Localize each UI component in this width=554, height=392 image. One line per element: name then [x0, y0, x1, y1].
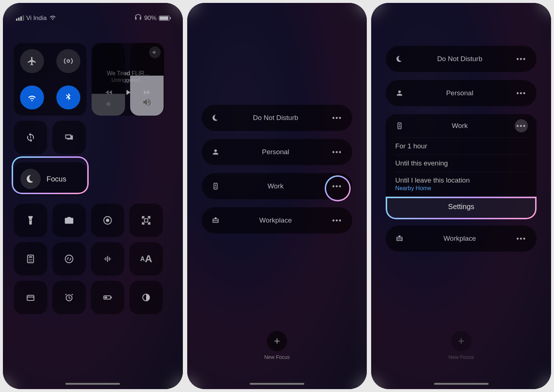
volume-slider[interactable] — [130, 43, 164, 116]
svg-rect-14 — [105, 297, 107, 299]
svg-rect-11 — [27, 295, 34, 300]
airplane-mode-toggle[interactable] — [14, 49, 50, 73]
more-button[interactable]: ••• — [330, 111, 344, 124]
more-button[interactable]: ••• — [330, 145, 344, 159]
wifi-icon — [49, 13, 57, 23]
screenshot-focus-list: Do Not Disturb ••• Personal ••• Work •••… — [187, 3, 367, 389]
svg-point-9 — [31, 261, 32, 261]
focus-mode-label: Do Not Disturb — [221, 114, 331, 122]
focus-mode-personal[interactable]: Personal ••• — [202, 139, 353, 165]
new-focus-label: New Focus — [264, 354, 290, 360]
cellular-data-toggle[interactable] — [50, 49, 87, 73]
dark-mode-button[interactable] — [129, 281, 163, 314]
svg-point-18 — [215, 184, 216, 186]
headphones-icon — [134, 13, 142, 23]
home-indicator[interactable] — [65, 383, 120, 385]
badge-icon — [210, 182, 221, 190]
more-button[interactable]: ••• — [515, 119, 528, 132]
flashlight-button[interactable] — [14, 204, 47, 237]
svg-rect-17 — [214, 183, 217, 189]
svg-point-4 — [29, 259, 29, 260]
new-focus-button[interactable]: + New Focus — [264, 331, 290, 360]
moon-icon — [20, 169, 41, 189]
carrier-label: Vi India — [26, 15, 47, 22]
shazam-button[interactable] — [52, 242, 86, 276]
screenshot-control-center: Vi India 90% We Tried FLIR... Un — [3, 3, 183, 389]
qr-scanner-button[interactable] — [129, 204, 163, 237]
alarm-button[interactable] — [52, 281, 86, 314]
wallet-button[interactable] — [14, 281, 47, 314]
svg-rect-15 — [111, 297, 112, 299]
voice-memo-button[interactable] — [91, 242, 124, 276]
focus-mode-label: Do Not Disturb — [405, 55, 515, 63]
status-bar: Vi India 90% — [3, 13, 183, 23]
home-indicator[interactable] — [434, 383, 489, 385]
focus-mode-dnd[interactable]: Do Not Disturb ••• — [202, 105, 353, 131]
svg-point-7 — [29, 261, 29, 261]
focus-mode-label: Personal — [405, 89, 515, 97]
svg-rect-3 — [29, 256, 32, 258]
screen-record-button[interactable] — [91, 204, 124, 237]
focus-mode-label: Work — [405, 122, 515, 130]
volume-icon — [142, 97, 152, 109]
moon-icon — [394, 55, 405, 63]
brightness-slider[interactable]: ☀ — [92, 43, 125, 116]
orientation-lock-toggle[interactable] — [14, 121, 47, 154]
svg-point-1 — [106, 219, 109, 222]
person-icon — [210, 148, 221, 156]
calculator-button[interactable] — [14, 242, 47, 276]
svg-point-8 — [30, 261, 31, 261]
focus-label: Focus — [47, 175, 66, 183]
svg-point-5 — [30, 259, 31, 260]
briefcase-icon — [394, 235, 405, 243]
plus-icon: + — [451, 331, 471, 351]
battery-icon — [159, 16, 170, 21]
more-button[interactable]: ••• — [515, 87, 528, 100]
screenshot-focus-work-expanded: Do Not Disturb ••• Personal ••• Work •••… — [371, 3, 551, 389]
wifi-toggle[interactable] — [14, 85, 50, 109]
focus-mode-label: Personal — [221, 148, 331, 156]
new-focus-button[interactable]: + New Focus — [449, 331, 474, 360]
focus-mode-label: Workplace — [405, 235, 515, 243]
connectivity-group — [14, 43, 87, 116]
moon-icon — [210, 114, 221, 122]
svg-point-6 — [31, 259, 32, 260]
home-indicator[interactable] — [250, 383, 304, 385]
more-button[interactable]: ••• — [515, 52, 528, 65]
bluetooth-toggle[interactable] — [50, 85, 87, 109]
more-button[interactable]: ••• — [330, 180, 344, 193]
focus-mode-label: Workplace — [221, 216, 331, 224]
work-option-location-sub: Nearby Home — [395, 185, 527, 192]
focus-mode-label: Work — [221, 182, 331, 190]
work-option-evening[interactable]: Until this evening — [395, 155, 527, 172]
badge-icon — [394, 122, 405, 130]
more-button[interactable]: ••• — [330, 214, 344, 227]
briefcase-icon — [210, 216, 221, 224]
focus-mode-work[interactable]: Work ••• — [386, 114, 537, 137]
focus-mode-workplace[interactable]: Workplace ••• — [202, 207, 353, 233]
cellular-signal-icon — [16, 15, 24, 21]
focus-mode-work-expanded: Work ••• For 1 hour Until this evening U… — [386, 114, 537, 217]
low-power-button[interactable] — [91, 281, 124, 314]
work-settings-button[interactable]: Settings — [386, 196, 537, 217]
plus-icon: + — [267, 331, 287, 351]
work-option-hour[interactable]: For 1 hour — [395, 137, 527, 155]
camera-button[interactable] — [52, 204, 86, 237]
person-icon — [394, 89, 405, 97]
screen-mirroring-button[interactable] — [52, 121, 86, 154]
focus-button[interactable]: Focus — [14, 162, 87, 196]
battery-percent: 90% — [144, 15, 157, 22]
new-focus-label: New Focus — [449, 354, 474, 360]
focus-mode-personal[interactable]: Personal ••• — [386, 80, 537, 106]
svg-rect-19 — [398, 123, 401, 129]
svg-point-10 — [65, 255, 73, 263]
more-button[interactable]: ••• — [515, 232, 528, 245]
brightness-icon: ☀ — [105, 100, 112, 109]
focus-mode-work[interactable]: Work ••• — [202, 173, 353, 199]
focus-mode-workplace[interactable]: Workplace ••• — [386, 225, 537, 252]
svg-point-20 — [399, 124, 401, 125]
focus-mode-dnd[interactable]: Do Not Disturb ••• — [386, 46, 537, 72]
work-option-location[interactable]: Until I leave this location Nearby Home — [395, 172, 527, 196]
text-size-button[interactable]: AA — [129, 242, 163, 276]
